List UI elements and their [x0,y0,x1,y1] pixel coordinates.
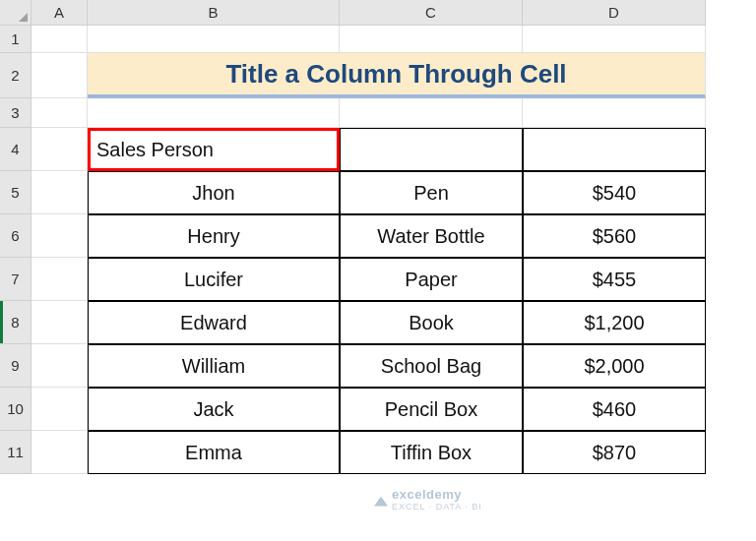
col-header-A[interactable]: A [32,0,88,26]
row-header-9[interactable]: 9 [0,344,32,388]
cell-A7[interactable] [32,258,88,301]
row-header-3[interactable]: 3 [0,98,32,128]
cell-B8[interactable]: Edward [88,301,340,344]
cell-A8[interactable] [32,301,88,344]
row-header-5[interactable]: 5 [0,171,32,214]
row-header-7[interactable]: 7 [0,258,32,301]
cell-B11[interactable]: Emma [88,431,340,474]
cell-A9[interactable] [32,344,88,388]
cell-B9[interactable]: William [88,344,340,388]
select-all-corner[interactable] [0,0,32,26]
cell-D6[interactable]: $560 [523,214,706,258]
row-header-2[interactable]: 2 [0,53,32,98]
cell-C4[interactable] [340,128,523,171]
title-cell[interactable]: Title a Column Through Cell [88,53,706,98]
cell-B10[interactable]: Jack [88,388,340,431]
cell-A5[interactable] [32,171,88,214]
cell-C11[interactable]: Tiffin Box [340,431,523,474]
row-header-8[interactable]: 8 [0,301,32,344]
cell-D11[interactable]: $870 [523,431,706,474]
row-header-4[interactable]: 4 [0,128,32,171]
cell-C9[interactable]: School Bag [340,344,523,388]
cell-C8[interactable]: Book [340,301,523,344]
spreadsheet-grid: A B C D 1 2 Title a Column Through Cell … [0,0,706,474]
watermark: exceldemy EXCEL · DATA · BI [374,487,482,511]
cell-D4[interactable] [523,128,706,171]
col-header-B[interactable]: B [88,0,340,26]
col-header-C[interactable]: C [340,0,523,26]
cell-C3[interactable] [340,98,523,128]
cell-A10[interactable] [32,388,88,431]
cell-D7[interactable]: $455 [523,258,706,301]
cell-B5[interactable]: Jhon [88,171,340,214]
cell-A4[interactable] [32,128,88,171]
cell-A6[interactable] [32,214,88,258]
cell-A2[interactable] [32,53,88,98]
cell-C1[interactable] [340,26,523,53]
cell-A3[interactable] [32,98,88,128]
cell-A11[interactable] [32,431,88,474]
cell-C5[interactable]: Pen [340,171,523,214]
cell-D1[interactable] [523,26,706,53]
cell-D9[interactable]: $2,000 [523,344,706,388]
cell-C10[interactable]: Pencil Box [340,388,523,431]
cell-B6[interactable]: Henry [88,214,340,258]
cell-D8[interactable]: $1,200 [523,301,706,344]
row-header-10[interactable]: 10 [0,388,32,431]
cell-D5[interactable]: $540 [523,171,706,214]
cell-D10[interactable]: $460 [523,388,706,431]
watermark-icon [374,493,388,507]
cell-B1[interactable] [88,26,340,53]
cell-D3[interactable] [523,98,706,128]
col-header-D[interactable]: D [523,0,706,26]
row-header-1[interactable]: 1 [0,26,32,53]
cell-B7[interactable]: Lucifer [88,258,340,301]
cell-C7[interactable]: Paper [340,258,523,301]
cell-A1[interactable] [32,26,88,53]
watermark-tag: EXCEL · DATA · BI [392,502,482,511]
cell-B4-highlighted[interactable]: Sales Person [88,128,340,171]
watermark-brand: exceldemy [392,487,482,502]
cell-B3[interactable] [88,98,340,128]
row-header-6[interactable]: 6 [0,214,32,258]
row-header-11[interactable]: 11 [0,431,32,474]
cell-C6[interactable]: Water Bottle [340,214,523,258]
